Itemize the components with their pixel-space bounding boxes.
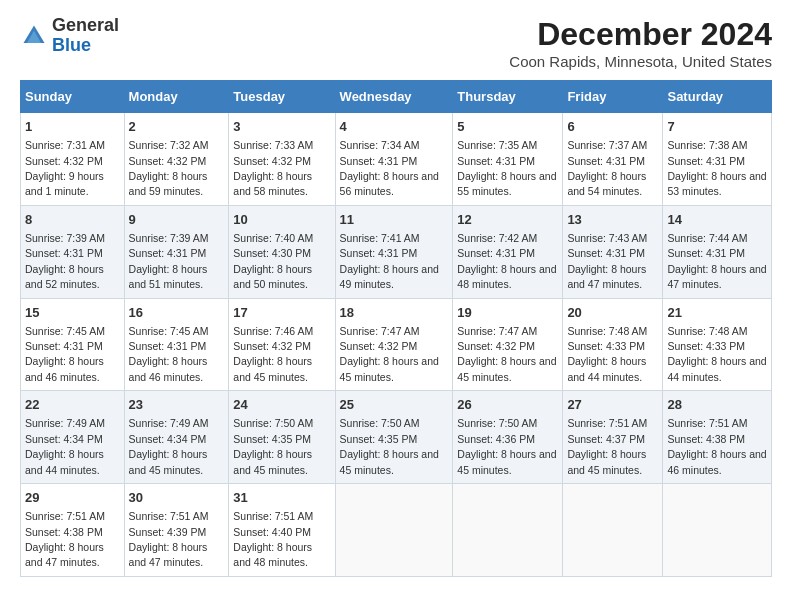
sunset-info: Sunset: 4:34 PM [25,433,103,445]
table-row [563,484,663,577]
col-wednesday: Wednesday [335,81,453,113]
sunrise-info: Sunrise: 7:48 AM [667,325,747,337]
col-monday: Monday [124,81,229,113]
sunset-info: Sunset: 4:31 PM [25,340,103,352]
sunset-info: Sunset: 4:32 PM [340,340,418,352]
daylight-info: Daylight: 8 hours and 47 minutes. [129,541,208,568]
col-tuesday: Tuesday [229,81,335,113]
day-number: 21 [667,304,767,322]
table-row: 18 Sunrise: 7:47 AM Sunset: 4:32 PM Dayl… [335,298,453,391]
daylight-info: Daylight: 8 hours and 51 minutes. [129,263,208,290]
daylight-info: Daylight: 8 hours and 44 minutes. [25,448,104,475]
sunrise-info: Sunrise: 7:44 AM [667,232,747,244]
sunset-info: Sunset: 4:32 PM [233,340,311,352]
logo-line1: General [52,16,119,36]
sunrise-info: Sunrise: 7:32 AM [129,139,209,151]
sunset-info: Sunset: 4:35 PM [340,433,418,445]
logo-text: General Blue [52,16,119,56]
col-friday: Friday [563,81,663,113]
sunset-info: Sunset: 4:30 PM [233,247,311,259]
daylight-info: Daylight: 8 hours and 49 minutes. [340,263,439,290]
daylight-info: Daylight: 8 hours and 48 minutes. [233,541,312,568]
table-row: 20 Sunrise: 7:48 AM Sunset: 4:33 PM Dayl… [563,298,663,391]
table-row: 9 Sunrise: 7:39 AM Sunset: 4:31 PM Dayli… [124,205,229,298]
table-row [453,484,563,577]
table-row: 17 Sunrise: 7:46 AM Sunset: 4:32 PM Dayl… [229,298,335,391]
sunrise-info: Sunrise: 7:37 AM [567,139,647,151]
daylight-info: Daylight: 8 hours and 44 minutes. [567,355,646,382]
subtitle: Coon Rapids, Minnesota, United States [509,53,772,70]
sunset-info: Sunset: 4:31 PM [340,155,418,167]
sunrise-info: Sunrise: 7:33 AM [233,139,313,151]
daylight-info: Daylight: 8 hours and 54 minutes. [567,170,646,197]
table-row: 15 Sunrise: 7:45 AM Sunset: 4:31 PM Dayl… [21,298,125,391]
day-number: 16 [129,304,225,322]
day-number: 13 [567,211,658,229]
calendar-week-row: 29 Sunrise: 7:51 AM Sunset: 4:38 PM Dayl… [21,484,772,577]
table-row: 21 Sunrise: 7:48 AM Sunset: 4:33 PM Dayl… [663,298,772,391]
col-saturday: Saturday [663,81,772,113]
table-row: 8 Sunrise: 7:39 AM Sunset: 4:31 PM Dayli… [21,205,125,298]
table-row: 25 Sunrise: 7:50 AM Sunset: 4:35 PM Dayl… [335,391,453,484]
day-number: 10 [233,211,330,229]
table-row: 10 Sunrise: 7:40 AM Sunset: 4:30 PM Dayl… [229,205,335,298]
daylight-info: Daylight: 8 hours and 47 minutes. [567,263,646,290]
table-row: 3 Sunrise: 7:33 AM Sunset: 4:32 PM Dayli… [229,113,335,206]
sunrise-info: Sunrise: 7:34 AM [340,139,420,151]
table-row: 12 Sunrise: 7:42 AM Sunset: 4:31 PM Dayl… [453,205,563,298]
col-sunday: Sunday [21,81,125,113]
table-row: 26 Sunrise: 7:50 AM Sunset: 4:36 PM Dayl… [453,391,563,484]
sunrise-info: Sunrise: 7:40 AM [233,232,313,244]
sunset-info: Sunset: 4:35 PM [233,433,311,445]
main-title: December 2024 [509,16,772,53]
table-row: 27 Sunrise: 7:51 AM Sunset: 4:37 PM Dayl… [563,391,663,484]
table-row: 30 Sunrise: 7:51 AM Sunset: 4:39 PM Dayl… [124,484,229,577]
sunrise-info: Sunrise: 7:50 AM [340,417,420,429]
sunrise-info: Sunrise: 7:45 AM [25,325,105,337]
sunset-info: Sunset: 4:34 PM [129,433,207,445]
daylight-info: Daylight: 8 hours and 58 minutes. [233,170,312,197]
calendar-header-row: Sunday Monday Tuesday Wednesday Thursday… [21,81,772,113]
sunset-info: Sunset: 4:31 PM [667,155,745,167]
daylight-info: Daylight: 8 hours and 52 minutes. [25,263,104,290]
sunrise-info: Sunrise: 7:46 AM [233,325,313,337]
col-thursday: Thursday [453,81,563,113]
logo-line2: Blue [52,36,119,56]
table-row: 16 Sunrise: 7:45 AM Sunset: 4:31 PM Dayl… [124,298,229,391]
sunrise-info: Sunrise: 7:47 AM [457,325,537,337]
sunset-info: Sunset: 4:32 PM [457,340,535,352]
daylight-info: Daylight: 8 hours and 47 minutes. [25,541,104,568]
day-number: 11 [340,211,449,229]
sunrise-info: Sunrise: 7:51 AM [129,510,209,522]
sunrise-info: Sunrise: 7:43 AM [567,232,647,244]
daylight-info: Daylight: 8 hours and 44 minutes. [667,355,766,382]
sunrise-info: Sunrise: 7:39 AM [25,232,105,244]
sunset-info: Sunset: 4:31 PM [667,247,745,259]
daylight-info: Daylight: 8 hours and 46 minutes. [25,355,104,382]
day-number: 24 [233,396,330,414]
daylight-info: Daylight: 8 hours and 46 minutes. [667,448,766,475]
table-row: 5 Sunrise: 7:35 AM Sunset: 4:31 PM Dayli… [453,113,563,206]
logo-icon [20,22,48,50]
day-number: 18 [340,304,449,322]
table-row: 13 Sunrise: 7:43 AM Sunset: 4:31 PM Dayl… [563,205,663,298]
daylight-info: Daylight: 8 hours and 56 minutes. [340,170,439,197]
table-row: 23 Sunrise: 7:49 AM Sunset: 4:34 PM Dayl… [124,391,229,484]
sunrise-info: Sunrise: 7:51 AM [667,417,747,429]
sunrise-info: Sunrise: 7:39 AM [129,232,209,244]
page-header: General Blue December 2024 Coon Rapids, … [20,16,772,70]
table-row: 6 Sunrise: 7:37 AM Sunset: 4:31 PM Dayli… [563,113,663,206]
daylight-info: Daylight: 8 hours and 45 minutes. [457,355,556,382]
daylight-info: Daylight: 8 hours and 47 minutes. [667,263,766,290]
sunset-info: Sunset: 4:36 PM [457,433,535,445]
sunrise-info: Sunrise: 7:51 AM [233,510,313,522]
day-number: 14 [667,211,767,229]
day-number: 1 [25,118,120,136]
daylight-info: Daylight: 8 hours and 45 minutes. [233,448,312,475]
day-number: 31 [233,489,330,507]
calendar-table: Sunday Monday Tuesday Wednesday Thursday… [20,80,772,577]
day-number: 7 [667,118,767,136]
table-row: 1 Sunrise: 7:31 AM Sunset: 4:32 PM Dayli… [21,113,125,206]
sunset-info: Sunset: 4:31 PM [25,247,103,259]
day-number: 12 [457,211,558,229]
